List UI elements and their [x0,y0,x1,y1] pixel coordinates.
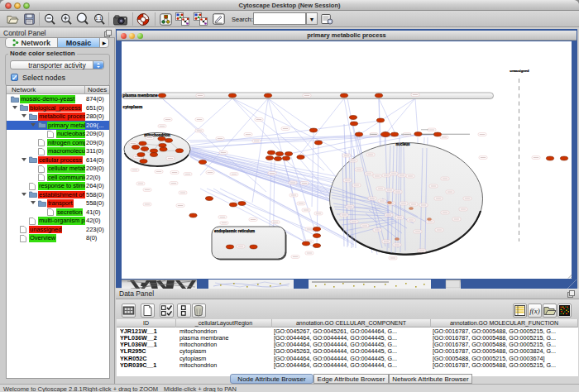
svg-text:nucleus: nucleus [395,142,410,146]
svg-text:endoplasmic reticulum: endoplasmic reticulum [214,229,255,233]
svg-text:plasma membrane: plasma membrane [123,93,158,98]
svg-text:unassigned: unassigned [510,69,529,73]
svg-text:f(x): f(x) [529,307,540,315]
svg-text:1:1: 1:1 [95,16,102,21]
svg-text:cytoplasm: cytoplasm [123,105,143,109]
